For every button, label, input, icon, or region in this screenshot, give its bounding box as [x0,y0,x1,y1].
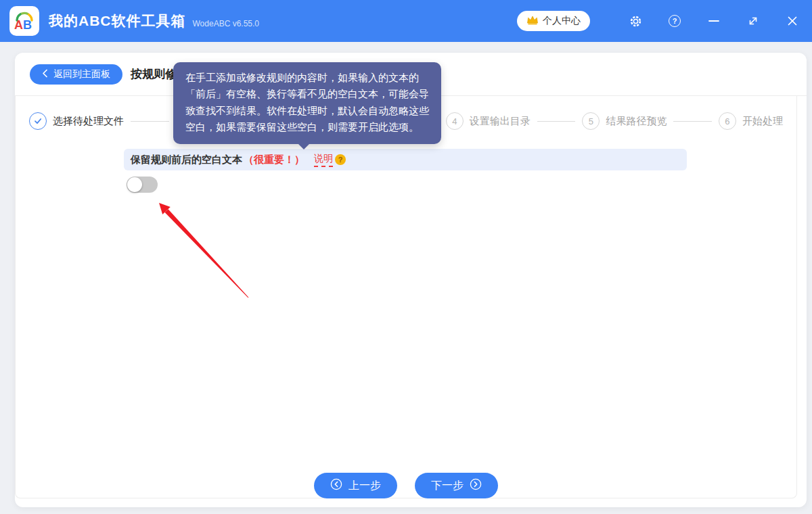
minimize-icon[interactable] [706,14,721,28]
step-6-start-process: 6 开始处理 [719,112,783,130]
keep-whitespace-toggle[interactable] [127,177,158,193]
page-title: 按规则修 [131,66,177,82]
app-title: 我的ABC软件工具箱 [49,11,186,30]
tooltip-arrow [298,143,310,149]
app-version: WodeABC v6.55.0 [193,14,260,28]
step-1-label: 选择待处理文件 [53,115,124,128]
keep-whitespace-option-bar: 保留规则前后的空白文本 （很重要！） 说明 ? [124,149,687,170]
prev-step-label: 上一步 [348,479,381,493]
option-label: 保留规则前后的空白文本 [131,154,242,166]
question-badge-icon[interactable]: ? [335,154,346,165]
step-4-label: 设置输出目录 [470,115,531,128]
next-step-label: 下一步 [431,479,464,493]
close-icon[interactable] [785,14,800,28]
step-5-number: 5 [582,112,600,130]
step-connector [131,121,169,122]
step-connector [673,121,712,122]
whitespace-help-tooltip: 在手工添加或修改规则的内容时，如果输入的文本的「前后」有空格、换行等看不见的空白… [173,62,441,144]
titlebar: A B 我的ABC软件工具箱 WodeABC v6.55.0 个人中心 ? [0,0,812,42]
user-center-button[interactable]: 个人中心 [517,11,590,31]
step-1-check-icon [29,112,47,130]
toggle-knob [127,177,142,192]
back-to-dashboard-button[interactable]: 返回到主面板 [30,64,122,85]
back-button-label: 返回到主面板 [53,68,110,80]
step-1-select-files: 选择待处理文件 [29,112,124,130]
svg-text:B: B [23,18,32,32]
next-step-button[interactable]: 下一步 [415,473,498,498]
option-help-link[interactable]: 说明 [314,153,333,167]
option-section: 保留规则前后的空白文本 （很重要！） 说明 ? [124,149,687,193]
maximize-resize-icon[interactable] [746,14,761,28]
prev-step-button[interactable]: 上一步 [314,473,397,498]
settings-gear-icon[interactable] [628,14,643,28]
step-4-number: 4 [446,112,464,130]
step-connector [537,121,576,122]
step-4-output-dir: 4 设置输出目录 [446,112,531,130]
svg-text:A: A [14,18,23,32]
step-5-result-preview: 5 结果路径预览 [582,112,667,130]
circled-chevron-right-icon [470,478,482,493]
help-question-glyph: ? [669,15,681,27]
circled-chevron-left-icon [330,478,342,493]
step-6-number: 6 [719,112,736,130]
content-panel: 选择待处理文件 2 3 4 设置输出目录 5 结果路径预览 [15,96,797,498]
titlebar-actions: 个人中心 ? [517,11,800,31]
option-important-note: （很重要！） [244,154,304,166]
step-6-label: 开始处理 [742,115,783,128]
crown-icon [526,15,539,28]
user-center-label: 个人中心 [543,15,581,27]
step-5-label: 结果路径预览 [606,115,667,128]
help-icon[interactable]: ? [667,14,682,28]
chevron-left-icon [42,69,48,80]
tooltip-text: 在手工添加或修改规则的内容时，如果输入的文本的「前后」有空格、换行等看不见的空白… [185,72,429,133]
wizard-footer: 上一步 下一步 [314,473,498,498]
app-logo-icon: A B [9,6,39,36]
